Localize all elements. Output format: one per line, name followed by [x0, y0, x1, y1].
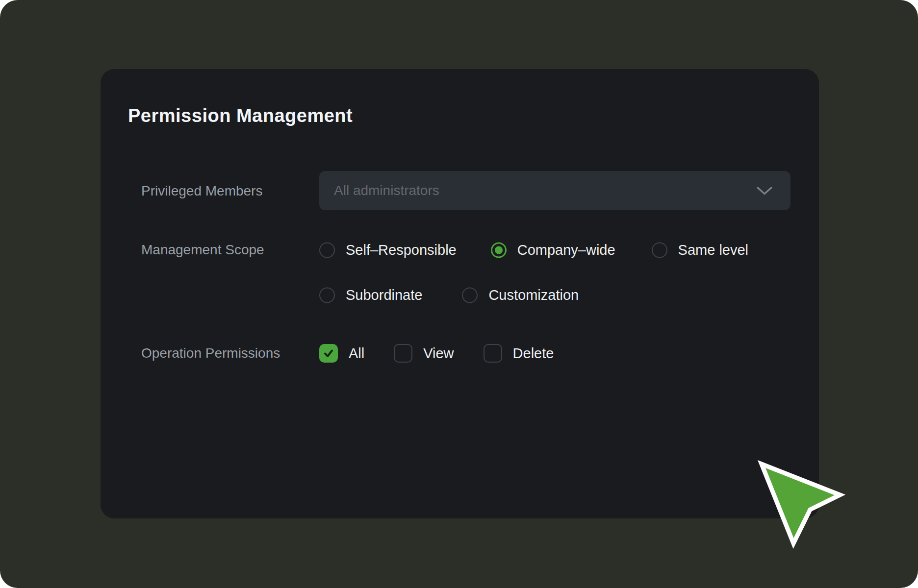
radio-option-same-level[interactable]: Same level	[652, 242, 748, 258]
radio-option-label[interactable]: Same level	[678, 242, 748, 258]
operation-permissions-checkbox-row: All View Delete	[319, 344, 554, 363]
management-scope-radio-row-2: Subordinate Customization	[319, 287, 579, 303]
chevron-down-icon	[756, 186, 773, 196]
checkbox-checked-icon[interactable]	[319, 344, 338, 363]
page-background: Permission Management Privileged Members…	[0, 0, 918, 588]
management-scope-radio-row-1: Self–Responsible Company–wide Same level	[319, 242, 748, 258]
checkbox-option-all[interactable]: All	[319, 344, 364, 363]
radio-selected-icon[interactable]	[491, 242, 507, 258]
radio-icon[interactable]	[652, 242, 667, 258]
privileged-members-select[interactable]: All administrators	[319, 171, 790, 210]
checkbox-option-label[interactable]: View	[423, 345, 454, 362]
privileged-members-label: Privileged Members	[141, 183, 262, 199]
checkbox-icon[interactable]	[394, 344, 412, 363]
privileged-members-select-value: All administrators	[334, 183, 756, 198]
radio-option-label[interactable]: Company–wide	[517, 242, 615, 258]
checkbox-option-label[interactable]: Delete	[513, 345, 554, 362]
radio-option-self-responsible[interactable]: Self–Responsible	[319, 242, 457, 258]
page-title: Permission Management	[128, 105, 353, 126]
checkbox-icon[interactable]	[484, 344, 502, 363]
radio-icon[interactable]	[319, 287, 335, 303]
checkbox-option-view[interactable]: View	[394, 344, 454, 363]
radio-option-customization[interactable]: Customization	[462, 287, 579, 303]
permission-management-panel: Permission Management Privileged Members…	[101, 69, 819, 518]
radio-option-label[interactable]: Subordinate	[346, 287, 422, 303]
radio-option-label[interactable]: Customization	[488, 287, 579, 303]
radio-option-subordinate[interactable]: Subordinate	[319, 287, 422, 303]
checkbox-option-label[interactable]: All	[349, 345, 364, 362]
operation-permissions-label: Operation Permissions	[141, 345, 280, 361]
radio-option-company-wide[interactable]: Company–wide	[491, 242, 615, 258]
radio-icon[interactable]	[319, 242, 335, 258]
radio-option-label[interactable]: Self–Responsible	[346, 242, 457, 258]
radio-icon[interactable]	[462, 287, 478, 303]
checkbox-option-delete[interactable]: Delete	[484, 344, 554, 363]
management-scope-label: Management Scope	[141, 242, 264, 258]
